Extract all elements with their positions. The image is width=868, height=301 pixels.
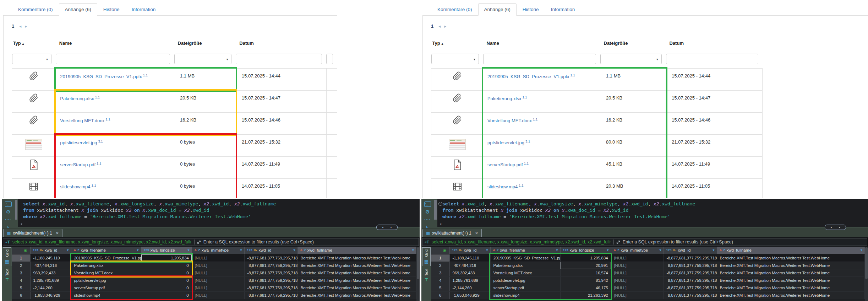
cell-xwa_filename[interactable]: slideshow.mp4 — [490, 291, 560, 299]
cell-xwa_mimetype[interactable]: [NULL] — [192, 276, 244, 284]
row-number[interactable]: 1 — [12, 254, 30, 262]
result-tab[interactable]: ▦xwikiattachment(+) 1✕ — [3, 229, 62, 237]
cell-xwa_id[interactable]: -2,144,260 — [449, 284, 490, 291]
cell-xwd_id[interactable]: -8,877,681,377,759,295,718 — [664, 269, 717, 276]
row-number[interactable]: 6 — [431, 291, 449, 299]
view-tab-text[interactable]: Text⊤ — [3, 267, 11, 284]
cell-xwa_filename[interactable]: pptslideservlet.jpg — [490, 276, 560, 284]
gear-icon[interactable]: ⚙ — [423, 209, 432, 215]
cell-xwa_id[interactable]: -407,464,216 — [30, 262, 71, 269]
page-number[interactable]: 1 — [12, 23, 14, 29]
cell-xwa_mimetype[interactable]: [NULL] — [192, 269, 244, 276]
fold-icon[interactable]: – — [438, 202, 442, 206]
result-filter-input[interactable]: «Tselect x.xwa_id, x.xwa_filename, x.xwa… — [422, 238, 867, 246]
name-filter-input[interactable] — [56, 54, 170, 64]
attachment-link[interactable]: serverStartup.pdf1.1 — [487, 162, 529, 167]
column-header-xwd_id[interactable]: 123xwd_id▼ — [244, 247, 297, 254]
more-icon[interactable]: ···· — [4, 217, 12, 222]
cell-xwd_fullname[interactable]: Bereiche.XMT.Test Migration Macros.Weite… — [717, 269, 865, 276]
cell-xwa_id[interactable]: -1,653,046,929 — [449, 291, 490, 299]
cell-xwa_id[interactable]: -1,188,245,110 — [30, 254, 71, 262]
attachment-link[interactable]: pptslideservlet.jpg3.1 — [487, 140, 530, 145]
cell-xwa_longsize[interactable]: 81,942 — [560, 276, 611, 284]
cell-xwa_mimetype[interactable]: [NULL] — [611, 262, 664, 269]
cell-xwa_longsize[interactable]: 21,263,392 — [560, 291, 611, 299]
row-number[interactable]: 3 — [12, 269, 30, 276]
cell-xwa_id[interactable]: 969,392,433 — [449, 269, 490, 276]
cell-xwa_mimetype[interactable]: [NULL] — [611, 276, 664, 284]
row-number[interactable]: 2 — [12, 262, 30, 269]
select-all-corner[interactable]: ◉ — [431, 247, 449, 254]
cell-xwa_mimetype[interactable]: [NULL] — [192, 284, 244, 291]
tab-information[interactable]: Information — [126, 3, 162, 16]
column-header-typ[interactable]: Typ▴ — [12, 41, 56, 51]
tab-historie[interactable]: Historie — [517, 3, 545, 16]
row-number[interactable]: 4 — [431, 276, 449, 284]
column-header-size[interactable]: Dateigröße — [174, 41, 236, 51]
attachment-link[interactable]: Paketierung.xlsx1.1 — [60, 96, 100, 101]
cell-xwa_id[interactable]: -1,188,245,110 — [449, 254, 490, 262]
cell-xwd_fullname[interactable]: Bereiche.XMT.Test Migration Macros.Weite… — [297, 291, 416, 299]
column-header-date[interactable]: Datum — [236, 41, 326, 51]
attachment-link[interactable]: slideshow.mp41.1 — [60, 184, 96, 189]
vertical-scrollbar[interactable] — [416, 247, 420, 301]
attachment-link[interactable]: 20190905_KSG_SD_Prozesse_V1.pptx1.1 — [60, 74, 148, 79]
cell-xwd_fullname[interactable]: Bereiche.XMT.Test Migration Macros.Weite… — [297, 254, 416, 262]
cell-xwa_filename[interactable]: Paketierung.xlsx — [490, 262, 560, 269]
row-number[interactable]: 4 — [12, 276, 30, 284]
expand-icon[interactable] — [197, 240, 201, 244]
column-header-name[interactable]: Name — [56, 41, 174, 51]
cell-xwa_filename[interactable]: serverStartup.pdf — [71, 284, 141, 291]
cell-xwa_id[interactable]: -1,653,046,929 — [30, 291, 71, 299]
result-filter-input[interactable]: «Tselect x.xwa_id, x.xwa_filename, x.xwa… — [3, 238, 419, 246]
cell-xwd_id[interactable]: -8,877,681,377,759,295,718 — [664, 291, 717, 299]
cell-xwa_longsize[interactable]: 0 — [141, 276, 192, 284]
cell-xwd_fullname[interactable]: Bereiche.XMT.Test Migration Macros.Weite… — [297, 284, 416, 291]
close-icon[interactable]: ✕ — [475, 231, 478, 236]
tab-kommentare[interactable]: Kommentare (0) — [431, 3, 478, 16]
view-tab-grid[interactable]: Grid▦ — [422, 247, 431, 266]
select-all-corner[interactable]: ◉ — [12, 247, 30, 254]
column-header-xwa_mimetype[interactable]: AZxwa_mimetype▼ — [192, 247, 244, 254]
column-header-xwa_filename[interactable]: AZxwa_filename▼ — [490, 247, 560, 254]
cell-xwa_filename[interactable]: 20190905_KSG_SD_Prozesse_V1.pptx — [490, 254, 560, 262]
attachment-link[interactable]: Vorstellung MET.docx1.1 — [487, 118, 537, 123]
row-number[interactable]: 1 — [431, 254, 449, 262]
page-number[interactable]: 1 — [431, 23, 433, 29]
column-header-xwd_fullname[interactable]: AZxwd_fullname▼ — [297, 247, 416, 254]
sql-editor[interactable]: –select x.xwa_id, x.xwa_filename, x.xwa_… — [437, 199, 868, 227]
attachment-link[interactable]: serverStartup.pdf1.1 — [60, 162, 101, 167]
cell-xwd_fullname[interactable]: Bereiche.XMT.Test Migration Macros.Weite… — [297, 262, 416, 269]
view-tab-grid[interactable]: Grid▦ — [3, 247, 11, 266]
cell-xwd_id[interactable]: -8,877,681,377,759,295,718 — [244, 262, 297, 269]
cell-xwa_filename[interactable]: slideshow.mp4 — [71, 291, 141, 299]
column-header-xwd_id[interactable]: 123xwd_id▼ — [664, 247, 717, 254]
tab-kommentare[interactable]: Kommentare (0) — [12, 3, 59, 16]
name-filter-input[interactable] — [483, 54, 596, 64]
cell-xwa_id[interactable]: 969,392,433 — [30, 269, 71, 276]
row-number[interactable]: 3 — [431, 269, 449, 276]
cell-xwa_id[interactable]: 1,285,761,689 — [30, 276, 71, 284]
attachment-link[interactable]: pptslideservlet.jpg3.1 — [60, 140, 103, 145]
gear-icon[interactable]: ⚙ — [4, 209, 12, 215]
tab-anhaenge[interactable]: Anhänge (6) — [478, 3, 517, 16]
view-tab-text[interactable]: Text⊤ — [422, 267, 431, 284]
result-tab[interactable]: ▦xwikiattachment(+) 1✕ — [422, 229, 482, 237]
cell-xwa_longsize[interactable]: 0 — [141, 269, 192, 276]
attachment-link[interactable]: Paketierung.xlsx1.1 — [487, 96, 527, 101]
row-number[interactable]: 2 — [431, 262, 449, 269]
cell-xwd_id[interactable]: -8,877,681,377,759,295,718 — [664, 284, 717, 291]
close-icon[interactable]: ✕ — [56, 231, 59, 236]
cell-xwd_fullname[interactable]: Bereiche.XMT.Test Migration Macros.Weite… — [297, 276, 416, 284]
splitter-toggle[interactable]: ▲▼ — [376, 225, 398, 230]
cell-xwa_longsize[interactable]: 1,205,834 — [141, 254, 192, 262]
cell-xwa_longsize[interactable]: 46,175 — [560, 284, 611, 291]
column-header-date[interactable]: Datum — [666, 41, 763, 51]
page-prev-icon[interactable]: ◂ — [19, 24, 21, 29]
cell-xwa_id[interactable]: -407,464,216 — [449, 262, 490, 269]
column-header-xwa_id[interactable]: 123xwa_id▼ — [30, 247, 71, 254]
cell-xwa_filename[interactable]: serverStartup.pdf — [490, 284, 560, 291]
tab-historie[interactable]: Historie — [97, 3, 126, 16]
vertical-scrollbar[interactable] — [865, 247, 868, 301]
cell-xwd_id[interactable]: -8,877,681,377,759,295,718 — [664, 262, 717, 269]
